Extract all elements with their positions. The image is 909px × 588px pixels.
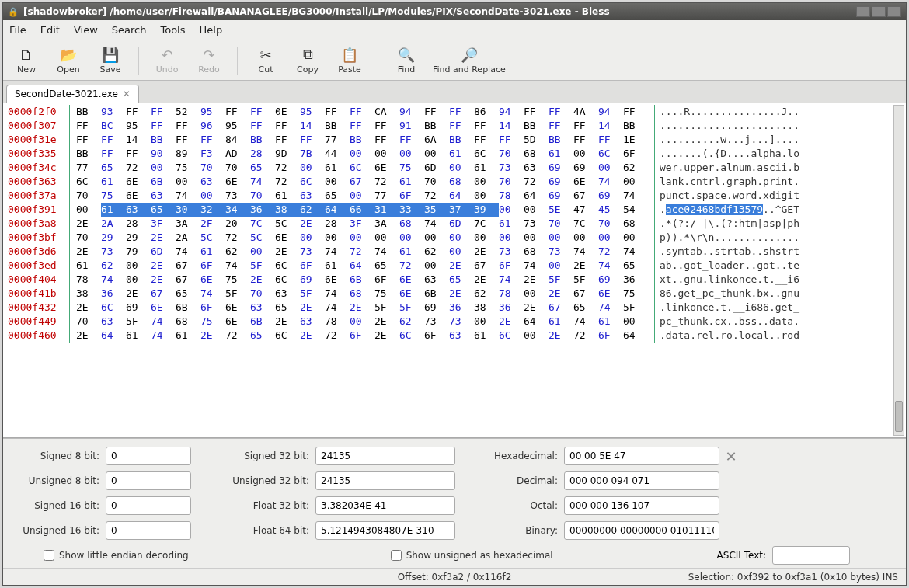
find-replace-icon: 🔎 xyxy=(461,46,478,63)
ascii-cell[interactable]: p)).*\r\n.............. xyxy=(655,231,799,245)
s32-field[interactable] xyxy=(315,447,455,465)
hex-row[interactable]: 0000f3ed6162002E676F745F6C6F61646572002E… xyxy=(3,259,906,273)
hex-row[interactable]: 0000f2f0BB93FFFF5295FFFF0E95FFFFCA94FFFF… xyxy=(3,105,906,119)
paste-button[interactable]: 📋Paste xyxy=(334,46,365,75)
bytes-cell[interactable]: BBFFFF9089F3AD289D7B4400000000616C706861… xyxy=(70,147,655,161)
menubar: File Edit View Search Tools Help xyxy=(3,20,906,40)
hex-row[interactable]: 0000f307FFBC95FFFF9695FFFF14BBFFFF91BBFF… xyxy=(3,119,906,133)
maximize-button[interactable] xyxy=(872,6,886,17)
bytes-cell[interactable]: FFFF14BBFFFF84BBFFFF77BBFFFF6ABBFFFF5DBB… xyxy=(70,133,655,147)
hex-field[interactable] xyxy=(564,447,719,465)
hex-row[interactable]: 0000f4602E646174612E72656C2E726F2E6C6F63… xyxy=(3,329,906,343)
hex-view[interactable]: 0000f2f0BB93FFFF5295FFFF0E95FFFFCA94FFFF… xyxy=(3,103,906,438)
bytes-cell[interactable]: 7874002E676E752E6C696E6B6F6E63652E742E5F… xyxy=(70,273,655,287)
ascii-cell[interactable]: xt..gnu.linkonce.t.__i6 xyxy=(655,273,799,287)
hex-row[interactable]: 0000f3636C616E6B00636E74726C006772617068… xyxy=(3,175,906,189)
copy-button[interactable]: ⧉Copy xyxy=(292,46,323,75)
hex-row[interactable]: 0000f44970635F7468756E6B2E6378002E627373… xyxy=(3,315,906,329)
bytes-cell[interactable]: 006163653032343638626466313335373900005E… xyxy=(70,203,655,217)
little-endian-checkbox[interactable]: Show little endian decoding xyxy=(44,550,189,561)
tab-close-icon[interactable]: ✕ xyxy=(123,89,131,99)
app-window: 🔒 [shadowbroker] /home/user/Firewall/BAN… xyxy=(2,2,907,586)
bytes-cell[interactable]: 77657200757070657200616C6E756D0061736369… xyxy=(70,161,655,175)
find-button[interactable]: 🔍Find xyxy=(391,46,422,75)
redo-icon: ↷ xyxy=(200,46,218,63)
hex-row[interactable]: 0000f3bf7029292E2A5C725C6E00000000000000… xyxy=(3,231,906,245)
s16-field[interactable] xyxy=(106,496,191,515)
bin-field[interactable] xyxy=(564,521,719,540)
search-icon: 🔍 xyxy=(398,46,415,63)
menu-file[interactable]: File xyxy=(9,24,26,36)
bytes-cell[interactable]: 6C616E6B00636E74726C00677261706800707269… xyxy=(70,175,655,189)
u8-field[interactable] xyxy=(106,471,191,490)
new-button[interactable]: 🗋New xyxy=(11,46,42,75)
u8-label: Unsigned 8 bit: xyxy=(12,475,106,486)
ascii-cell[interactable]: ab..got_loader..got..te xyxy=(655,259,799,273)
ascii-cell[interactable]: ..........w...j...].... xyxy=(655,133,799,147)
menu-edit[interactable]: Edit xyxy=(40,24,60,36)
bytes-cell[interactable]: 38362E6765745F70635F7468756E6B2E6278002E… xyxy=(70,287,655,301)
ascii-cell[interactable]: .......(.{D....alpha.lo xyxy=(655,147,799,161)
menu-search[interactable]: Search xyxy=(112,24,147,36)
dec-field[interactable] xyxy=(564,471,719,490)
tab-seconddate[interactable]: SecondDate-3021.exe ✕ xyxy=(6,85,139,103)
find-replace-button[interactable]: 🔎Find and Replace xyxy=(433,46,506,75)
bytes-cell[interactable]: BB93FFFF5295FFFF0E95FFFFCA94FFFF8694FFFF… xyxy=(70,105,655,119)
hex-row[interactable]: 0000f34c77657200757070657200616C6E756D00… xyxy=(3,161,906,175)
bytes-cell[interactable]: 6162002E676F745F6C6F61646572002E676F7400… xyxy=(70,259,655,273)
scrollbar-thumb[interactable] xyxy=(895,401,903,432)
hex-row[interactable]: 0000f39100616365303234363862646631333537… xyxy=(3,203,906,217)
bytes-cell[interactable]: 70635F7468756E6B2E6378002E627373002E6461… xyxy=(70,315,655,329)
hex-row[interactable]: 0000f3a82E2A283F3A2F207C5C2E283F3A68746D… xyxy=(3,217,906,231)
hex-row[interactable]: 0000f4322E6C696E6B6F6E63652E742E5F5F6936… xyxy=(3,301,906,315)
bytes-cell[interactable]: 2E2A283F3A2F207C5C2E283F3A68746D7C617370… xyxy=(70,217,655,231)
bytes-cell[interactable]: 70756E637400737061636500776F726400786469… xyxy=(70,189,655,203)
ascii-cell[interactable]: pc_thunk.cx..bss..data. xyxy=(655,315,799,329)
unsigned-hex-checkbox[interactable]: Show unsigned as hexadecimal xyxy=(391,550,553,561)
f64-field[interactable] xyxy=(315,521,455,540)
offset-cell: 0000f3d6 xyxy=(3,245,70,259)
hex-row[interactable]: 0000f31eFFFF14BBFFFF84BBFFFF77BBFFFF6ABB… xyxy=(3,133,906,147)
bytes-cell[interactable]: 2E646174612E72656C2E726F2E6C6F63616C002E… xyxy=(70,329,655,343)
ascii-cell[interactable]: .ace02468bdf13579..^GET xyxy=(655,203,799,217)
f32-field[interactable] xyxy=(315,496,455,515)
ascii-cell[interactable]: ....R...............J.. xyxy=(655,105,799,119)
status-selection: Selection: 0xf392 to 0xf3a1 (0x10 bytes)… xyxy=(688,572,898,583)
menu-tools[interactable]: Tools xyxy=(160,24,185,36)
save-button[interactable]: 💾Save xyxy=(95,46,126,75)
hex-row[interactable]: 0000f4047874002E676E752E6C696E6B6F6E6365… xyxy=(3,273,906,287)
ascii-cell[interactable]: .data.rel.ro.local..rod xyxy=(655,329,799,343)
ascii-cell[interactable]: wer.upper.alnum.ascii.b xyxy=(655,161,799,175)
ascii-cell[interactable]: ....................... xyxy=(655,119,799,133)
u16-field[interactable] xyxy=(106,521,191,540)
hex-row[interactable]: 0000f41b38362E6765745F70635F7468756E6B2E… xyxy=(3,287,906,301)
ascii-cell[interactable]: lank.cntrl.graph.print. xyxy=(655,175,799,189)
minimize-button[interactable] xyxy=(856,6,870,17)
ascii-label: ASCII Text: xyxy=(717,550,766,561)
oct-field[interactable] xyxy=(564,496,719,515)
ascii-cell[interactable]: punct.space.word.xdigit xyxy=(655,189,799,203)
menu-view[interactable]: View xyxy=(74,24,98,36)
menu-help[interactable]: Help xyxy=(200,24,223,36)
hex-row[interactable]: 0000f37a70756E637400737061636500776F7264… xyxy=(3,189,906,203)
bytes-cell[interactable]: 7029292E2A5C725C6E0000000000000000000000… xyxy=(70,231,655,245)
bytes-cell[interactable]: 2E6C696E6B6F6E63652E742E5F5F693638362E67… xyxy=(70,301,655,315)
bytes-cell[interactable]: FFBC95FFFF9695FFFF14BBFFFF91BBFFFF14BBFF… xyxy=(70,119,655,133)
cut-button[interactable]: ✂Cut xyxy=(250,46,281,75)
hex-row[interactable]: 0000f3d62E73796D746162002E73747274616200… xyxy=(3,245,906,259)
vertical-scrollbar[interactable] xyxy=(893,105,904,436)
ascii-cell[interactable]: 86.get_pc_thunk.bx..gnu xyxy=(655,287,799,301)
inspector-close-icon[interactable]: ✕ xyxy=(719,448,743,464)
close-window-button[interactable] xyxy=(887,6,901,17)
undo-button[interactable]: ↶Undo xyxy=(152,46,183,75)
ascii-cell[interactable]: .*(?:/ |\.(?:htm|asp|ph xyxy=(655,217,799,231)
ascii-cell[interactable]: .symtab..strtab..shstrt xyxy=(655,245,799,259)
redo-button[interactable]: ↷Redo xyxy=(193,46,225,75)
hex-row[interactable]: 0000f335BBFFFF9089F3AD289D7B440000000061… xyxy=(3,147,906,161)
u32-field[interactable] xyxy=(315,471,455,490)
ascii-field[interactable] xyxy=(772,546,850,565)
ascii-cell[interactable]: .linkonce.t.__i686.get_ xyxy=(655,301,799,315)
open-button[interactable]: 📂Open xyxy=(53,46,84,75)
s8-field[interactable] xyxy=(106,447,191,465)
bytes-cell[interactable]: 2E73796D746162002E737472746162002E736873… xyxy=(70,245,655,259)
